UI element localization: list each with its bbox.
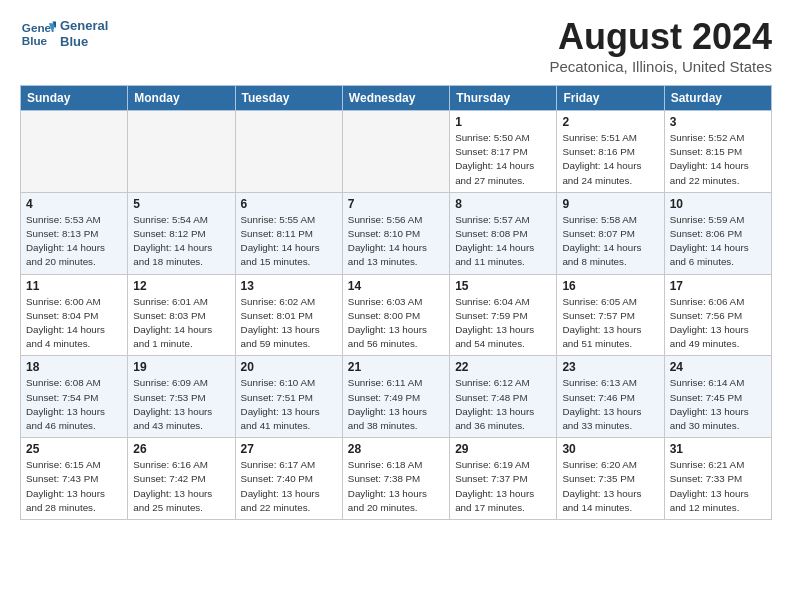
day-info: Sunrise: 5:57 AMSunset: 8:08 PMDaylight:… xyxy=(455,213,551,270)
day-info: Sunrise: 6:19 AMSunset: 7:37 PMDaylight:… xyxy=(455,458,551,515)
logo-blue: Blue xyxy=(60,34,108,50)
logo: General Blue General Blue xyxy=(20,16,108,52)
week-row-3: 18Sunrise: 6:08 AMSunset: 7:54 PMDayligh… xyxy=(21,356,772,438)
day-info: Sunrise: 6:02 AMSunset: 8:01 PMDaylight:… xyxy=(241,295,337,352)
day-header-row: SundayMondayTuesdayWednesdayThursdayFrid… xyxy=(21,86,772,111)
week-row-4: 25Sunrise: 6:15 AMSunset: 7:43 PMDayligh… xyxy=(21,438,772,520)
day-info: Sunrise: 6:18 AMSunset: 7:38 PMDaylight:… xyxy=(348,458,444,515)
day-header-friday: Friday xyxy=(557,86,664,111)
day-cell: 6Sunrise: 5:55 AMSunset: 8:11 PMDaylight… xyxy=(235,192,342,274)
day-number: 8 xyxy=(455,197,551,211)
day-number: 27 xyxy=(241,442,337,456)
day-info: Sunrise: 5:58 AMSunset: 8:07 PMDaylight:… xyxy=(562,213,658,270)
day-info: Sunrise: 5:56 AMSunset: 8:10 PMDaylight:… xyxy=(348,213,444,270)
day-number: 16 xyxy=(562,279,658,293)
day-header-thursday: Thursday xyxy=(450,86,557,111)
day-number: 1 xyxy=(455,115,551,129)
day-cell: 17Sunrise: 6:06 AMSunset: 7:56 PMDayligh… xyxy=(664,274,771,356)
day-cell xyxy=(342,111,449,193)
day-info: Sunrise: 5:55 AMSunset: 8:11 PMDaylight:… xyxy=(241,213,337,270)
calendar: SundayMondayTuesdayWednesdayThursdayFrid… xyxy=(20,85,772,520)
day-info: Sunrise: 6:15 AMSunset: 7:43 PMDaylight:… xyxy=(26,458,122,515)
day-info: Sunrise: 6:21 AMSunset: 7:33 PMDaylight:… xyxy=(670,458,766,515)
day-cell: 15Sunrise: 6:04 AMSunset: 7:59 PMDayligh… xyxy=(450,274,557,356)
day-number: 10 xyxy=(670,197,766,211)
day-header-saturday: Saturday xyxy=(664,86,771,111)
day-header-monday: Monday xyxy=(128,86,235,111)
day-cell: 31Sunrise: 6:21 AMSunset: 7:33 PMDayligh… xyxy=(664,438,771,520)
day-info: Sunrise: 6:14 AMSunset: 7:45 PMDaylight:… xyxy=(670,376,766,433)
day-info: Sunrise: 6:10 AMSunset: 7:51 PMDaylight:… xyxy=(241,376,337,433)
day-number: 13 xyxy=(241,279,337,293)
day-header-sunday: Sunday xyxy=(21,86,128,111)
day-info: Sunrise: 6:05 AMSunset: 7:57 PMDaylight:… xyxy=(562,295,658,352)
day-info: Sunrise: 5:50 AMSunset: 8:17 PMDaylight:… xyxy=(455,131,551,188)
day-info: Sunrise: 6:06 AMSunset: 7:56 PMDaylight:… xyxy=(670,295,766,352)
day-cell: 27Sunrise: 6:17 AMSunset: 7:40 PMDayligh… xyxy=(235,438,342,520)
week-row-1: 4Sunrise: 5:53 AMSunset: 8:13 PMDaylight… xyxy=(21,192,772,274)
day-cell: 13Sunrise: 6:02 AMSunset: 8:01 PMDayligh… xyxy=(235,274,342,356)
svg-text:Blue: Blue xyxy=(22,34,48,47)
day-cell xyxy=(21,111,128,193)
day-info: Sunrise: 6:03 AMSunset: 8:00 PMDaylight:… xyxy=(348,295,444,352)
day-cell: 4Sunrise: 5:53 AMSunset: 8:13 PMDaylight… xyxy=(21,192,128,274)
day-info: Sunrise: 5:54 AMSunset: 8:12 PMDaylight:… xyxy=(133,213,229,270)
day-number: 19 xyxy=(133,360,229,374)
header: General Blue General Blue August 2024 Pe… xyxy=(20,16,772,75)
day-cell xyxy=(235,111,342,193)
day-cell: 20Sunrise: 6:10 AMSunset: 7:51 PMDayligh… xyxy=(235,356,342,438)
day-cell: 30Sunrise: 6:20 AMSunset: 7:35 PMDayligh… xyxy=(557,438,664,520)
logo-icon: General Blue xyxy=(20,16,56,52)
day-number: 17 xyxy=(670,279,766,293)
day-number: 31 xyxy=(670,442,766,456)
day-cell: 9Sunrise: 5:58 AMSunset: 8:07 PMDaylight… xyxy=(557,192,664,274)
day-cell: 2Sunrise: 5:51 AMSunset: 8:16 PMDaylight… xyxy=(557,111,664,193)
day-cell: 14Sunrise: 6:03 AMSunset: 8:00 PMDayligh… xyxy=(342,274,449,356)
day-cell: 1Sunrise: 5:50 AMSunset: 8:17 PMDaylight… xyxy=(450,111,557,193)
day-cell: 21Sunrise: 6:11 AMSunset: 7:49 PMDayligh… xyxy=(342,356,449,438)
day-number: 9 xyxy=(562,197,658,211)
day-header-tuesday: Tuesday xyxy=(235,86,342,111)
day-info: Sunrise: 6:20 AMSunset: 7:35 PMDaylight:… xyxy=(562,458,658,515)
day-info: Sunrise: 6:00 AMSunset: 8:04 PMDaylight:… xyxy=(26,295,122,352)
week-row-2: 11Sunrise: 6:00 AMSunset: 8:04 PMDayligh… xyxy=(21,274,772,356)
day-info: Sunrise: 5:59 AMSunset: 8:06 PMDaylight:… xyxy=(670,213,766,270)
day-info: Sunrise: 6:11 AMSunset: 7:49 PMDaylight:… xyxy=(348,376,444,433)
day-cell: 19Sunrise: 6:09 AMSunset: 7:53 PMDayligh… xyxy=(128,356,235,438)
day-cell: 3Sunrise: 5:52 AMSunset: 8:15 PMDaylight… xyxy=(664,111,771,193)
week-row-0: 1Sunrise: 5:50 AMSunset: 8:17 PMDaylight… xyxy=(21,111,772,193)
logo-general: General xyxy=(60,18,108,34)
day-cell: 10Sunrise: 5:59 AMSunset: 8:06 PMDayligh… xyxy=(664,192,771,274)
day-number: 3 xyxy=(670,115,766,129)
day-number: 12 xyxy=(133,279,229,293)
day-number: 23 xyxy=(562,360,658,374)
day-cell: 18Sunrise: 6:08 AMSunset: 7:54 PMDayligh… xyxy=(21,356,128,438)
day-number: 20 xyxy=(241,360,337,374)
day-info: Sunrise: 5:51 AMSunset: 8:16 PMDaylight:… xyxy=(562,131,658,188)
day-number: 28 xyxy=(348,442,444,456)
day-number: 2 xyxy=(562,115,658,129)
day-number: 26 xyxy=(133,442,229,456)
day-number: 30 xyxy=(562,442,658,456)
month-title: August 2024 xyxy=(549,16,772,58)
day-cell: 11Sunrise: 6:00 AMSunset: 8:04 PMDayligh… xyxy=(21,274,128,356)
day-number: 11 xyxy=(26,279,122,293)
day-info: Sunrise: 6:12 AMSunset: 7:48 PMDaylight:… xyxy=(455,376,551,433)
day-info: Sunrise: 5:53 AMSunset: 8:13 PMDaylight:… xyxy=(26,213,122,270)
day-number: 24 xyxy=(670,360,766,374)
day-number: 29 xyxy=(455,442,551,456)
day-info: Sunrise: 6:16 AMSunset: 7:42 PMDaylight:… xyxy=(133,458,229,515)
day-info: Sunrise: 5:52 AMSunset: 8:15 PMDaylight:… xyxy=(670,131,766,188)
day-cell: 28Sunrise: 6:18 AMSunset: 7:38 PMDayligh… xyxy=(342,438,449,520)
day-number: 21 xyxy=(348,360,444,374)
location-title: Pecatonica, Illinois, United States xyxy=(549,58,772,75)
day-info: Sunrise: 6:13 AMSunset: 7:46 PMDaylight:… xyxy=(562,376,658,433)
day-number: 22 xyxy=(455,360,551,374)
day-cell: 12Sunrise: 6:01 AMSunset: 8:03 PMDayligh… xyxy=(128,274,235,356)
day-number: 25 xyxy=(26,442,122,456)
day-number: 6 xyxy=(241,197,337,211)
day-header-wednesday: Wednesday xyxy=(342,86,449,111)
day-cell xyxy=(128,111,235,193)
day-cell: 7Sunrise: 5:56 AMSunset: 8:10 PMDaylight… xyxy=(342,192,449,274)
day-number: 4 xyxy=(26,197,122,211)
